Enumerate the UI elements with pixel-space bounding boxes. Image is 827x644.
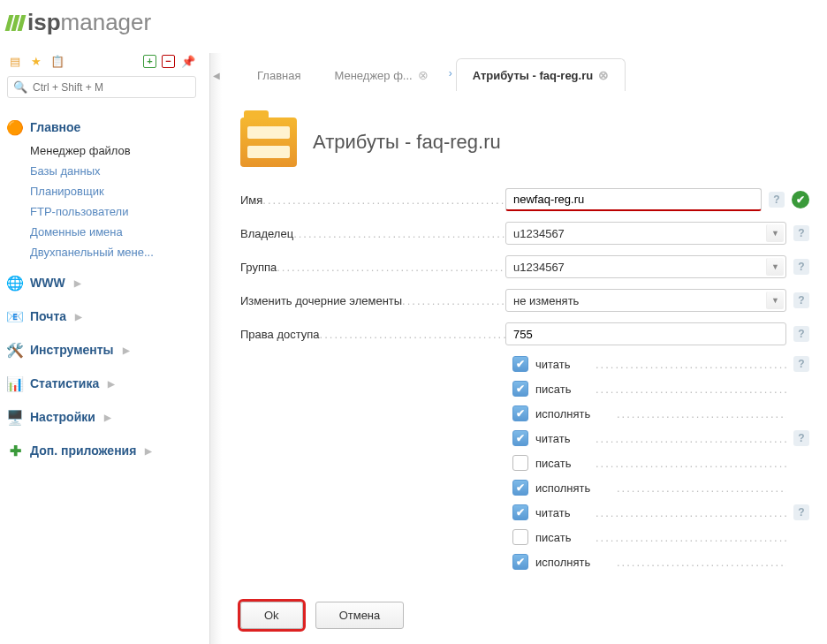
search-box[interactable]: 🔍 bbox=[7, 76, 196, 98]
perm-checkbox-3[interactable]: ✔ bbox=[512, 430, 528, 446]
search-icon: 🔍 bbox=[13, 80, 27, 94]
cancel-button[interactable]: Отмена bbox=[315, 602, 405, 629]
chevron-right-icon: ▶ bbox=[75, 312, 82, 322]
perms-input[interactable] bbox=[505, 322, 786, 345]
perm-label-1: писать bbox=[535, 383, 571, 396]
sidebar-item-scheduler[interactable]: Планировщик bbox=[30, 181, 196, 201]
help-icon[interactable]: ? bbox=[793, 430, 809, 446]
menu-addons-label: Доп. приложения bbox=[30, 443, 136, 458]
help-icon[interactable]: ? bbox=[793, 259, 809, 275]
close-icon[interactable]: ⊗ bbox=[598, 68, 609, 82]
group-value: u1234567 bbox=[513, 261, 565, 274]
page-title: Атрибуты - faq-reg.ru bbox=[313, 131, 501, 154]
main: Главная Менеджер ф...⊗ › Атрибуты - faq-… bbox=[223, 49, 827, 644]
tab-filemanager[interactable]: Менеджер ф...⊗ bbox=[317, 58, 444, 91]
form: Имя ? ✔ Владелец u1234567▼ ? Группа u123… bbox=[223, 188, 827, 570]
globe-icon: 🌐 bbox=[7, 275, 23, 291]
plus-green-icon: ✚ bbox=[7, 443, 23, 458]
tab-attributes[interactable]: Атрибуты - faq-reg.ru⊗ bbox=[456, 58, 626, 91]
menu-tools[interactable]: 🛠️Инструменты▶ bbox=[7, 337, 196, 363]
panel-divider[interactable]: ◀ bbox=[209, 53, 222, 644]
sidebar: ▤ ★ 📋 + − 📌 🔍 🟠 Главное Менеджер файлов … bbox=[0, 49, 203, 471]
minus-icon[interactable]: − bbox=[162, 55, 175, 68]
perm-label-7: писать bbox=[535, 531, 571, 544]
menu-stats[interactable]: 📊Статистика▶ bbox=[7, 370, 196, 397]
perm-checkbox-7[interactable] bbox=[512, 529, 528, 545]
help-icon[interactable]: ? bbox=[793, 504, 809, 520]
menu-settings[interactable]: 🖥️Настройки▶ bbox=[7, 404, 196, 430]
perm-checkbox-1[interactable]: ✔ bbox=[512, 381, 528, 397]
plus-icon[interactable]: + bbox=[143, 55, 156, 68]
perm-checkbox-0[interactable]: ✔ bbox=[512, 356, 528, 372]
search-input[interactable] bbox=[33, 81, 190, 94]
monitor-icon: 🖥️ bbox=[7, 409, 23, 425]
name-input[interactable] bbox=[505, 188, 762, 211]
tab-home[interactable]: Главная bbox=[240, 58, 317, 91]
label-perms: Права доступа bbox=[240, 328, 505, 341]
chevron-right-icon: ▶ bbox=[123, 345, 130, 355]
close-icon[interactable]: ⊗ bbox=[418, 68, 429, 82]
chevron-down-icon: ▼ bbox=[766, 224, 784, 242]
perm-label-3: читать bbox=[535, 432, 571, 445]
sidebar-item-file-manager[interactable]: Менеджер файлов bbox=[30, 140, 196, 161]
sidebar-item-ftp-users[interactable]: FTP-пользователи bbox=[30, 201, 196, 222]
pin-icon[interactable]: 📌 bbox=[180, 53, 196, 69]
perm-checkbox-2[interactable]: ✔ bbox=[512, 405, 528, 421]
children-select[interactable]: не изменять▼ bbox=[505, 289, 786, 312]
perm-checkbox-6[interactable]: ✔ bbox=[512, 504, 528, 520]
clipboard-icon[interactable]: 📋 bbox=[49, 53, 65, 69]
perm-checkbox-4[interactable] bbox=[512, 455, 528, 471]
check-ok-icon: ✔ bbox=[792, 191, 809, 208]
logo-icon bbox=[7, 15, 24, 31]
perm-checkbox-5[interactable]: ✔ bbox=[512, 480, 528, 496]
buttons: Ok Отмена bbox=[223, 579, 827, 644]
page-header: Атрибуты - faq-reg.ru bbox=[223, 91, 827, 188]
label-children: Изменить дочерние элементы bbox=[240, 294, 505, 307]
menu-main[interactable]: 🟠 Главное bbox=[7, 114, 196, 140]
sidebar-item-databases[interactable]: Базы данных bbox=[30, 161, 196, 181]
help-icon[interactable]: ? bbox=[769, 192, 785, 208]
perm-label-8: исполнять bbox=[535, 556, 590, 569]
chevron-right-icon: ▶ bbox=[74, 278, 81, 288]
menu-www[interactable]: 🌐WWW▶ bbox=[7, 269, 196, 296]
tab-attributes-label: Атрибуты - faq-reg.ru bbox=[473, 69, 593, 82]
chart-pie-icon: 📊 bbox=[7, 375, 23, 391]
perm-checkbox-8[interactable]: ✔ bbox=[512, 554, 528, 570]
mail-icon: 📧 bbox=[7, 308, 23, 324]
sidebar-item-domain-names[interactable]: Доменные имена bbox=[30, 222, 196, 242]
owner-value: u1234567 bbox=[513, 227, 565, 240]
sidebar-item-twopanel[interactable]: Двухпанельный мене... bbox=[30, 242, 196, 262]
chevron-right-icon: ▶ bbox=[145, 446, 152, 456]
chevron-right-icon: ▶ bbox=[104, 413, 111, 422]
tab-filemanager-label: Менеджер ф... bbox=[334, 69, 412, 82]
breadcrumb-separator: › bbox=[445, 58, 456, 91]
perm-label-0: читать bbox=[535, 358, 571, 371]
label-group: Группа bbox=[240, 261, 505, 274]
help-icon[interactable]: ? bbox=[793, 225, 809, 241]
menu-addons[interactable]: ✚Доп. приложения▶ bbox=[7, 437, 196, 464]
perm-label-6: читать bbox=[535, 506, 571, 519]
perm-label-2: исполнять bbox=[535, 407, 590, 420]
help-icon[interactable]: ? bbox=[793, 326, 809, 342]
star-icon[interactable]: ★ bbox=[28, 53, 44, 69]
ok-button[interactable]: Ok bbox=[240, 602, 303, 629]
chevron-down-icon: ▼ bbox=[766, 258, 784, 276]
label-name: Имя bbox=[240, 193, 505, 207]
toolbar: ▤ ★ 📋 + − 📌 bbox=[7, 49, 196, 76]
menu-mail[interactable]: 📧Почта▶ bbox=[7, 303, 196, 330]
menu-main-label: Главное bbox=[30, 120, 80, 134]
help-icon[interactable]: ? bbox=[793, 356, 809, 372]
tab-home-label: Главная bbox=[257, 69, 300, 82]
label-owner: Владелец bbox=[240, 227, 505, 240]
owner-select[interactable]: u1234567▼ bbox=[505, 222, 786, 245]
menu-mail-label: Почта bbox=[30, 309, 66, 323]
help-icon[interactable]: ? bbox=[793, 292, 809, 308]
folder-icon bbox=[240, 117, 297, 167]
menu-stats-label: Статистика bbox=[30, 376, 99, 390]
group-select[interactable]: u1234567▼ bbox=[505, 255, 786, 278]
menu-www-label: WWW bbox=[30, 276, 65, 290]
children-value: не изменять bbox=[513, 294, 579, 307]
list-icon[interactable]: ▤ bbox=[7, 53, 23, 69]
globe-orange-icon: 🟠 bbox=[7, 119, 23, 135]
tabs: Главная Менеджер ф...⊗ › Атрибуты - faq-… bbox=[223, 49, 827, 91]
